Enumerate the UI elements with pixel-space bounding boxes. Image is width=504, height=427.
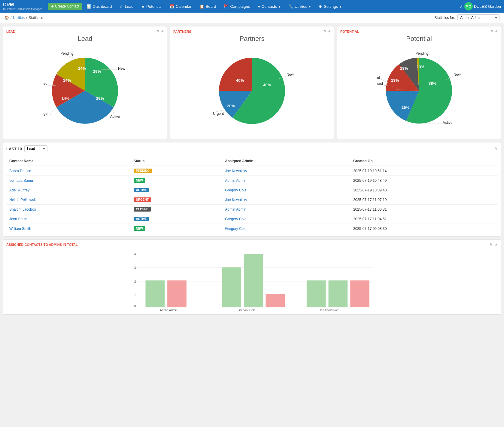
bar-chart-svg: 4 3 2 1 0 Admin Admin	[9, 251, 495, 311]
svg-text:13%: 13%	[391, 78, 399, 83]
status-cell: NEW	[131, 224, 222, 233]
breadcrumb-statistics: Statistics	[29, 16, 43, 20]
breadcrumb-utilities[interactable]: Utilities	[13, 16, 25, 20]
contact-name-link[interactable]: Lernada Samu	[9, 178, 33, 183]
svg-text:New: New	[287, 72, 294, 77]
svg-text:38%: 38%	[429, 81, 436, 86]
admin-link[interactable]: Admin Admin	[225, 207, 246, 212]
created-cell: 2025-07-19 10:09:43	[350, 185, 498, 195]
nav-calendar[interactable]: 📅 Calendar	[166, 2, 195, 11]
contacts-dropdown-icon: ▾	[278, 4, 281, 9]
nav-dashboard[interactable]: 📊 Dashboard	[83, 2, 116, 11]
table-row: William Smith NEW Gregory Cole 2025-07-1…	[6, 224, 498, 233]
svg-text:25%: 25%	[402, 105, 409, 110]
svg-text:13%: 13%	[417, 65, 424, 69]
breadcrumb: 🏠 / Utilities / Statistics	[5, 16, 43, 20]
last-10-label: LAST 10	[6, 147, 22, 151]
nav-board[interactable]: 📋 Board	[196, 2, 220, 11]
contacts-icon: ≡	[258, 4, 260, 9]
bar-gregory-lead1	[222, 267, 241, 307]
bar-chart-area: 4 3 2 1 0 Admin Admin	[6, 251, 498, 311]
contact-name-link[interactable]: Adell Auffrey	[9, 188, 29, 192]
bar-admin-admin-lead	[145, 280, 165, 307]
admin-cell: Gregory Cole	[222, 185, 350, 195]
partners-pie-svg: 40% 20% 40% New Urgent	[210, 49, 294, 133]
contact-name-link[interactable]: Shalom Jacobos	[9, 207, 36, 212]
admin-link[interactable]: Gregory Cole	[225, 227, 246, 231]
partners-chart-card: PARTNERS ✎ ⤢ Partners	[170, 26, 334, 139]
partners-section-title: PARTNERS	[173, 30, 191, 33]
svg-text:40%: 40%	[263, 83, 271, 87]
bar-edit-icon[interactable]: ✎	[490, 243, 493, 246]
contact-name-cell: Nelida Pelkowski	[6, 195, 131, 205]
nav-contacts[interactable]: ≡ Contacts ▾	[254, 2, 284, 11]
lead-section-title: LEAD	[6, 30, 15, 33]
table-edit-icon[interactable]: ✎	[494, 147, 498, 151]
modules-garden-logo: M⊙ DULES Garden	[464, 2, 501, 11]
table-section: LAST 10 Lead Potential Partners ✎ Contac…	[3, 142, 501, 236]
partners-expand-icon[interactable]: ⤢	[328, 29, 331, 33]
table-row: Lernada Samu NEW Admin Admin 2025-07-19 …	[6, 176, 498, 185]
contact-name-link[interactable]: John Smith	[9, 217, 27, 221]
top-navigation: CRM Customer Relationship Manager ✚ Crea…	[0, 0, 504, 13]
lead-pie-container: 29% 29% 14% 14% 14% New Active Urgent Cl…	[6, 46, 164, 136]
partners-chart-icons: ✎ ⤢	[324, 29, 331, 33]
bar-chart-section: ASSIGNED CONTACTS TO ADMINS IN TOTAL ✎ ⤢…	[3, 239, 501, 315]
lead-pie-svg: 29% 29% 14% 14% 14% New Active Urgent Cl…	[43, 49, 127, 133]
partners-pie-container: 40% 20% 40% New Urgent	[173, 46, 331, 136]
status-cell: NEW	[131, 176, 222, 185]
nav-items: ✚ Create Contact 📊 Dashboard ☆ Lead ★ Po…	[48, 2, 460, 11]
svg-line-14	[67, 55, 76, 59]
admin-link[interactable]: Gregory Cole	[225, 188, 246, 192]
bar-gregory-potential	[266, 294, 285, 307]
nav-settings[interactable]: ⚙ Settings ▾	[315, 2, 345, 11]
created-cell: 2025-07-17 11:04:51	[350, 214, 498, 224]
admin-link[interactable]: Joe Kowalsky	[225, 169, 247, 173]
expand-icon[interactable]: ⤢	[460, 4, 463, 9]
contact-name-link[interactable]: Nelida Pelkowski	[9, 198, 37, 202]
brand-logo: CRM Customer Relationship Manager	[3, 2, 42, 11]
brand-subtitle: Customer Relationship Manager	[3, 8, 42, 11]
status-badge: PENDING	[134, 169, 152, 173]
create-contact-button[interactable]: ✚ Create Contact	[48, 3, 82, 10]
potential-expand-icon[interactable]: ⤢	[495, 29, 498, 33]
partners-edit-icon[interactable]: ✎	[324, 29, 326, 33]
lead-expand-icon[interactable]: ⤢	[161, 29, 164, 33]
col-contact-name: Contact Name	[6, 157, 131, 166]
svg-text:14%: 14%	[63, 78, 71, 83]
contact-name-cell: William Smith	[6, 224, 131, 233]
plus-icon: ✚	[51, 4, 54, 8]
admin-link[interactable]: Admin Admin	[225, 178, 246, 183]
status-badge: URGENT	[134, 197, 151, 202]
potential-chart-header: POTENTIAL ✎ ⤢	[340, 29, 498, 33]
bar-joe-lead2	[329, 280, 348, 307]
table-section-header: LAST 10 Lead Potential Partners ✎	[6, 145, 498, 152]
stats-for-select[interactable]: Admin Admin Joe Kowalsky Gregory Cole	[457, 14, 499, 21]
svg-line-12	[51, 108, 56, 112]
bar-expand-icon[interactable]: ⤢	[495, 243, 498, 246]
bar-admin-admin-potential	[167, 280, 187, 307]
svg-text:Active: Active	[110, 114, 120, 119]
status-cell: ACTIVE	[131, 185, 222, 195]
admin-cell: Joe Kowalsky	[222, 195, 350, 205]
nav-campaigns[interactable]: 🚩 Campaigns	[220, 2, 254, 11]
contact-name-link[interactable]: William Smith	[9, 227, 31, 231]
potential-edit-icon[interactable]: ✎	[491, 29, 493, 33]
svg-text:1: 1	[134, 294, 136, 297]
table-type-select[interactable]: Lead Potential Partners	[24, 145, 47, 152]
admin-link[interactable]: Joe Kowalsky	[225, 198, 247, 202]
admin-link[interactable]: Gregory Cole	[225, 217, 246, 221]
brand-title: CRM	[3, 2, 42, 8]
svg-text:2: 2	[134, 280, 136, 283]
nav-lead[interactable]: ☆ Lead	[116, 2, 137, 11]
nav-utilities[interactable]: 🔧 Utilities ▾	[285, 2, 314, 11]
lead-edit-icon[interactable]: ✎	[157, 29, 159, 33]
svg-text:14%: 14%	[62, 96, 69, 101]
settings-icon: ⚙	[319, 4, 322, 9]
home-icon[interactable]: 🏠	[5, 16, 9, 20]
col-created-on: Created On	[350, 157, 498, 166]
admin-cell: Joe Kowalsky	[222, 166, 350, 176]
nav-potential[interactable]: ★ Potential	[138, 2, 165, 11]
contact-name-link[interactable]: Sabra Dopico	[9, 169, 31, 173]
charts-row: LEAD ✎ ⤢ Lead	[3, 26, 501, 139]
